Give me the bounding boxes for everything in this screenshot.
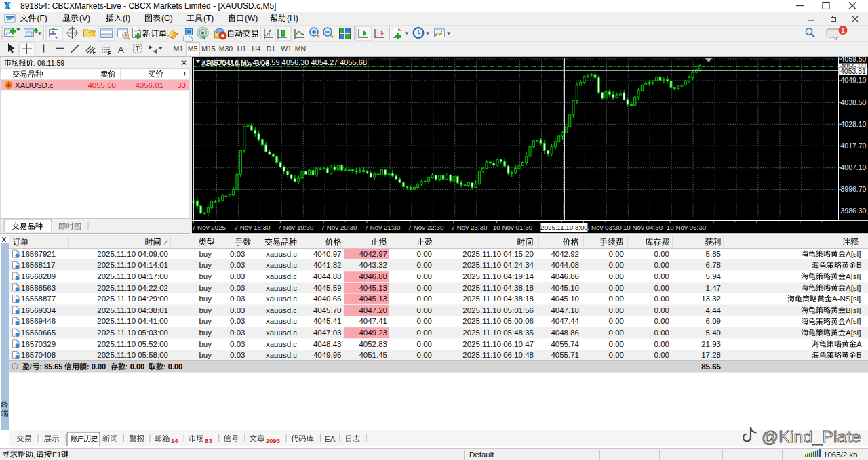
svg-text:0.03: 0.03 bbox=[230, 261, 245, 269]
svg-text:2025.11.10 05:58:00: 2025.11.10 05:58:00 bbox=[97, 351, 168, 359]
svg-text:buy: buy bbox=[199, 329, 212, 337]
svg-text:XAUUSD.c: XAUUSD.c bbox=[15, 81, 54, 89]
svg-text:0.00: 0.00 bbox=[417, 250, 432, 258]
svg-text:16568563: 16568563 bbox=[21, 284, 56, 292]
svg-text:xauusd.c: xauusd.c bbox=[266, 250, 297, 258]
svg-text:0.00: 0.00 bbox=[417, 306, 432, 314]
svg-text:83: 83 bbox=[205, 437, 212, 444]
svg-text:4040.66: 4040.66 bbox=[313, 295, 342, 303]
svg-text:M30: M30 bbox=[219, 45, 233, 53]
svg-text:4047.03: 4047.03 bbox=[313, 329, 342, 337]
svg-text:0.00: 0.00 bbox=[609, 261, 624, 269]
svg-text:A[sl]: A[sl] bbox=[846, 284, 861, 292]
svg-text:4038.50: 4038.50 bbox=[841, 98, 867, 106]
svg-text:7 Nov 22:30: 7 Nov 22:30 bbox=[408, 224, 444, 231]
svg-text:16569446: 16569446 bbox=[21, 317, 56, 325]
svg-text:5.49: 5.49 bbox=[706, 329, 721, 337]
svg-text:4044.08: 4044.08 bbox=[551, 261, 579, 269]
svg-text:2025.11.10 04:22:02: 2025.11.10 04:22:02 bbox=[97, 284, 168, 292]
svg-text:: 06:11:59: : 06:11:59 bbox=[33, 59, 64, 67]
svg-text:0.00: 0.00 bbox=[417, 340, 432, 348]
svg-text:0.00: 0.00 bbox=[417, 351, 432, 359]
svg-text:85.65: 85.65 bbox=[701, 362, 721, 371]
svg-text:4049.10: 4049.10 bbox=[841, 76, 867, 84]
svg-text:4049.95: 4049.95 bbox=[313, 351, 342, 359]
svg-text:4055.74: 4055.74 bbox=[551, 340, 579, 348]
svg-text:0.00: 0.00 bbox=[609, 250, 624, 258]
svg-text:: 0.00: : 0.00 bbox=[163, 362, 182, 371]
svg-text:0.03: 0.03 bbox=[230, 295, 245, 303]
svg-text:4059.50: 4059.50 bbox=[841, 55, 867, 63]
svg-text:0.03: 0.03 bbox=[230, 317, 245, 325]
svg-text:5.94: 5.94 bbox=[706, 272, 722, 280]
svg-text:EA: EA bbox=[325, 435, 336, 443]
svg-text:16568289: 16568289 bbox=[21, 272, 56, 280]
svg-text:buy: buy bbox=[199, 340, 212, 348]
svg-text:(C): (C) bbox=[161, 14, 173, 23]
svg-text:4046.88: 4046.88 bbox=[359, 272, 387, 280]
svg-text:4028.10: 4028.10 bbox=[841, 120, 867, 128]
svg-text:17.28: 17.28 bbox=[701, 351, 721, 359]
svg-text:buy: buy bbox=[199, 261, 212, 269]
svg-text:F1: F1 bbox=[52, 451, 61, 459]
svg-text:A[sl]: A[sl] bbox=[846, 329, 861, 337]
svg-text:16568117: 16568117 bbox=[21, 261, 55, 269]
svg-text:T: T bbox=[136, 45, 140, 53]
svg-text:2025.11.10 06:10:48: 2025.11.10 06:10:48 bbox=[462, 351, 534, 359]
svg-text:4045.41: 4045.41 bbox=[313, 317, 342, 325]
svg-text:21.93: 21.93 bbox=[701, 340, 721, 348]
svg-text:2025.11.10 04:41:00: 2025.11.10 04:41:00 bbox=[97, 317, 168, 325]
svg-text:16567921: 16567921 bbox=[21, 250, 56, 258]
svg-text:xauusd.c: xauusd.c bbox=[266, 295, 297, 303]
svg-text:4040.97: 4040.97 bbox=[313, 250, 342, 258]
svg-text:4045.70: 4045.70 bbox=[313, 306, 342, 314]
svg-text:buy: buy bbox=[199, 250, 212, 258]
svg-text:7 Nov 19:30: 7 Nov 19:30 bbox=[278, 224, 314, 231]
svg-text:4048.43: 4048.43 bbox=[313, 340, 342, 348]
svg-text:7 Nov 23:30: 7 Nov 23:30 bbox=[452, 224, 488, 231]
svg-text:A[sl]: A[sl] bbox=[846, 317, 861, 325]
svg-text:2025.11.10 04:09:00: 2025.11.10 04:09:00 bbox=[97, 250, 168, 258]
svg-text:4047.41: 4047.41 bbox=[359, 317, 387, 325]
svg-text:4007.10: 4007.10 bbox=[841, 163, 867, 171]
svg-text:4055.68: 4055.68 bbox=[87, 81, 116, 89]
svg-text:4.44: 4.44 bbox=[706, 306, 722, 314]
svg-text:2025.11.10 04:38:18: 2025.11.10 04:38:18 bbox=[462, 295, 534, 303]
svg-text:7 Nov 20:30: 7 Nov 20:30 bbox=[321, 224, 357, 231]
svg-text:MN: MN bbox=[295, 45, 306, 53]
svg-text:0.00: 0.00 bbox=[654, 295, 669, 303]
svg-text:xauusd.c: xauusd.c bbox=[266, 317, 297, 325]
svg-text:13.32: 13.32 bbox=[701, 295, 721, 303]
svg-text:buy: buy bbox=[199, 306, 212, 314]
svg-text:0.00: 0.00 bbox=[654, 340, 669, 348]
svg-text:0.00: 0.00 bbox=[654, 250, 669, 258]
svg-text:0.00: 0.00 bbox=[609, 272, 624, 280]
svg-text:2025.11.10 05:00:06: 2025.11.10 05:00:06 bbox=[462, 317, 534, 325]
svg-text:@Kind_Plate: @Kind_Plate bbox=[762, 427, 861, 446]
svg-text:0.00: 0.00 bbox=[417, 284, 432, 292]
svg-text:4044.88: 4044.88 bbox=[313, 272, 342, 280]
svg-text:A: A bbox=[856, 340, 862, 348]
svg-text:A-NS[sl]: A-NS[sl] bbox=[832, 295, 861, 303]
svg-text:: 85.65: : 85.65 bbox=[40, 362, 63, 371]
svg-text:0.00: 0.00 bbox=[654, 272, 669, 280]
svg-text:0.00: 0.00 bbox=[417, 317, 432, 325]
svg-text:4046.86: 4046.86 bbox=[551, 272, 579, 280]
svg-text:xauusd.c: xauusd.c bbox=[266, 306, 297, 314]
svg-text:buy: buy bbox=[199, 317, 212, 325]
svg-text:0.00: 0.00 bbox=[417, 295, 432, 303]
svg-text:4045.10: 4045.10 bbox=[551, 284, 579, 292]
svg-text:2093: 2093 bbox=[266, 437, 280, 444]
svg-text:D1: D1 bbox=[267, 45, 276, 53]
svg-text:0.00: 0.00 bbox=[654, 261, 669, 269]
svg-text:2025.11.10 05:52:00: 2025.11.10 05:52:00 bbox=[97, 340, 168, 348]
svg-text:(H): (H) bbox=[287, 14, 298, 23]
svg-text:: 0.00: : 0.00 bbox=[87, 362, 106, 371]
svg-text:xauusd.c: xauusd.c bbox=[266, 272, 297, 280]
svg-text:0.00: 0.00 bbox=[609, 295, 624, 303]
svg-text:10 Nov 04:30: 10 Nov 04:30 bbox=[623, 224, 663, 231]
svg-text:4055.71: 4055.71 bbox=[551, 351, 579, 359]
svg-text:B: B bbox=[856, 261, 862, 269]
svg-text:2025.11.10 04:14:01: 2025.11.10 04:14:01 bbox=[97, 261, 168, 269]
svg-text:2025.11.10 04:24:34: 2025.11.10 04:24:34 bbox=[462, 261, 534, 269]
